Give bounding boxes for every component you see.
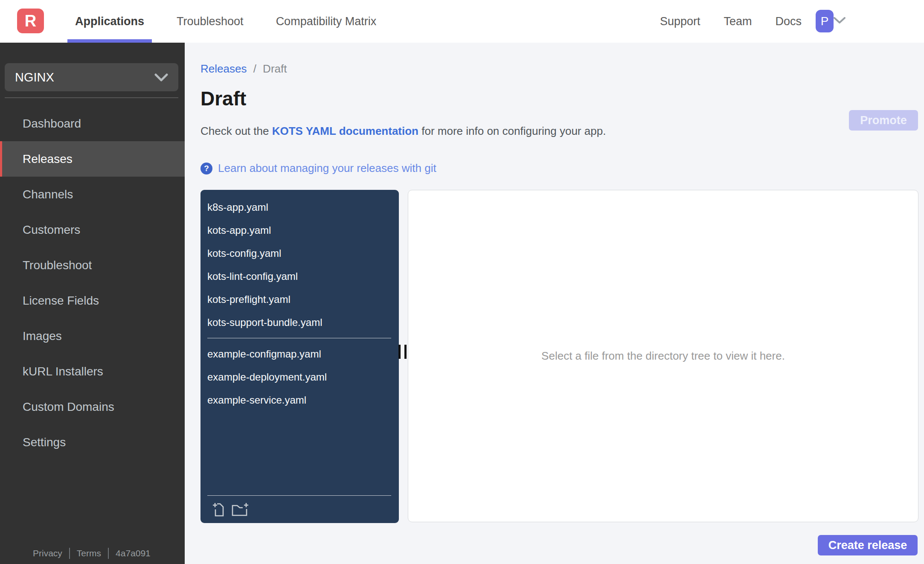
page-title: Draft: [200, 87, 246, 110]
tree-file-kots-preflight-yaml[interactable]: kots-preflight.yaml: [200, 288, 399, 311]
sidebar-item-label: Dashboard: [23, 117, 81, 131]
tree-file-label: example-service.yaml: [207, 394, 306, 406]
terms-link[interactable]: Terms: [77, 548, 101, 558]
git-releases-link[interactable]: ? Learn about managing your releases wit…: [200, 162, 436, 175]
page-description: Check out the KOTS YAML documentation fo…: [200, 125, 606, 138]
tree-footer-toolbar: [200, 496, 399, 523]
breadcrumb-releases-link[interactable]: Releases: [200, 62, 247, 75]
tree-file-example-service-yaml[interactable]: example-service.yaml: [200, 389, 399, 412]
chevron-down-icon: [154, 73, 168, 81]
nav-item-troubleshoot[interactable]: Troubleshoot: [169, 0, 251, 43]
tree-file-kots-app-yaml[interactable]: kots-app.yaml: [200, 219, 399, 242]
nav-item-docs[interactable]: Docs: [776, 0, 802, 43]
breadcrumb-separator: /: [253, 62, 256, 75]
sidebar-divider: [5, 97, 178, 98]
sidebar-item-label: License Fields: [23, 294, 99, 308]
sidebar-item-channels[interactable]: Channels: [0, 177, 185, 212]
pane-resize-handle[interactable]: [398, 345, 401, 359]
nav-item-label: Docs: [776, 15, 802, 28]
sidebar-item-label: Custom Domains: [23, 400, 114, 414]
privacy-link[interactable]: Privacy: [33, 548, 62, 558]
vendor-portal-page: R Applications Troubleshoot Compatibilit…: [0, 0, 924, 564]
tree-file-example-configmap-yaml[interactable]: example-configmap.yaml: [200, 343, 399, 366]
tree-file-k8s-app-yaml[interactable]: k8s-app.yaml: [200, 196, 399, 219]
nav-item-label: Support: [660, 15, 700, 28]
tree-file-label: kots-support-bundle.yaml: [207, 317, 322, 329]
file-tree-group-examples: example-configmap.yaml example-deploymen…: [200, 342, 399, 412]
new-file-icon[interactable]: [212, 502, 225, 517]
build-version: 4a7a091: [116, 548, 151, 558]
sidebar-item-kurl-installers[interactable]: kURL Installers: [0, 354, 185, 389]
sidebar-item-label: Settings: [23, 436, 66, 449]
sidebar-item-troubleshoot[interactable]: Troubleshoot: [0, 247, 185, 283]
description-suffix: for more info on configuring your app.: [418, 125, 606, 137]
sidebar-item-customers[interactable]: Customers: [0, 212, 185, 247]
avatar-letter: P: [821, 15, 829, 28]
nav-item-label: Team: [724, 15, 752, 28]
tree-file-label: kots-app.yaml: [207, 224, 271, 236]
logo-letter: R: [25, 12, 36, 30]
sidebar-item-dashboard[interactable]: Dashboard: [0, 106, 185, 141]
avatar-chevron-down-icon[interactable]: [834, 17, 846, 26]
nav-item-team[interactable]: Team: [724, 0, 752, 43]
description-prefix: Check out the: [200, 125, 272, 137]
tree-file-label: example-configmap.yaml: [207, 348, 321, 360]
nav-item-compatibility-matrix[interactable]: Compatibility Matrix: [268, 0, 384, 43]
question-circle-icon: ?: [200, 163, 212, 174]
app-sidebar: NGINX Dashboard Releases Channels Custom…: [0, 43, 185, 564]
breadcrumb-current: Draft: [263, 62, 287, 75]
pane-resize-handle[interactable]: [404, 345, 407, 359]
tree-file-example-deployment-yaml[interactable]: example-deployment.yaml: [200, 366, 399, 389]
sidebar-item-label: Customers: [23, 223, 80, 237]
file-tree-group-kots: k8s-app.yaml kots-app.yaml kots-config.y…: [200, 190, 399, 334]
tree-file-label: kots-lint-config.yaml: [207, 270, 298, 282]
app-selector-dropdown[interactable]: NGINX: [5, 63, 178, 91]
sidebar-footer: Privacy Terms 4a7a091: [33, 548, 151, 559]
tree-file-label: kots-preflight.yaml: [207, 294, 291, 305]
sidebar-item-label: Releases: [23, 152, 73, 166]
tree-file-kots-support-bundle-yaml[interactable]: kots-support-bundle.yaml: [200, 311, 399, 334]
breadcrumb: Releases / Draft: [200, 62, 287, 76]
tree-group-divider: [207, 338, 391, 338]
kots-yaml-docs-link[interactable]: KOTS YAML documentation: [272, 125, 418, 137]
git-releases-link-label: Learn about managing your releases with …: [218, 162, 436, 175]
sidebar-menu: Dashboard Releases Channels Customers Tr…: [0, 106, 185, 460]
footer-separator: [69, 548, 70, 559]
editor-placeholder-text: Select a file from the directory tree to…: [541, 349, 785, 363]
sidebar-item-settings[interactable]: Settings: [0, 424, 185, 460]
sidebar-item-label: Images: [23, 329, 62, 343]
nav-item-label: Compatibility Matrix: [276, 15, 377, 28]
user-avatar[interactable]: P: [816, 10, 834, 32]
create-release-button[interactable]: Create release: [818, 535, 918, 555]
sidebar-item-custom-domains[interactable]: Custom Domains: [0, 389, 185, 424]
nav-item-support[interactable]: Support: [660, 0, 700, 43]
promote-button[interactable]: Promote: [849, 110, 918, 131]
sidebar-item-images[interactable]: Images: [0, 318, 185, 354]
nav-item-label: Troubleshoot: [177, 15, 244, 28]
tree-file-kots-lint-config-yaml[interactable]: kots-lint-config.yaml: [200, 265, 399, 288]
app-selector-value: NGINX: [15, 70, 54, 84]
top-nav-bar: R Applications Troubleshoot Compatibilit…: [0, 0, 924, 43]
replicated-logo[interactable]: R: [17, 9, 44, 33]
file-preview-panel: Select a file from the directory tree to…: [408, 190, 918, 522]
sidebar-item-label: Troubleshoot: [23, 259, 92, 272]
tree-file-label: kots-config.yaml: [207, 247, 281, 259]
tree-file-label: k8s-app.yaml: [207, 201, 268, 213]
secondary-nav: Support Team Docs: [660, 0, 802, 43]
primary-nav: Applications Troubleshoot Compatibility …: [67, 0, 401, 43]
sidebar-item-license-fields[interactable]: License Fields: [0, 283, 185, 318]
sidebar-item-label: Channels: [23, 188, 73, 201]
footer-separator: [108, 548, 109, 559]
new-folder-icon[interactable]: [231, 502, 249, 517]
tree-file-kots-config-yaml[interactable]: kots-config.yaml: [200, 242, 399, 265]
nav-item-label: Applications: [75, 15, 144, 28]
sidebar-item-releases[interactable]: Releases: [0, 141, 185, 177]
file-tree-panel: k8s-app.yaml kots-app.yaml kots-config.y…: [200, 190, 399, 523]
tree-file-label: example-deployment.yaml: [207, 371, 327, 383]
nav-item-applications[interactable]: Applications: [67, 0, 152, 43]
sidebar-item-label: kURL Installers: [23, 365, 103, 378]
